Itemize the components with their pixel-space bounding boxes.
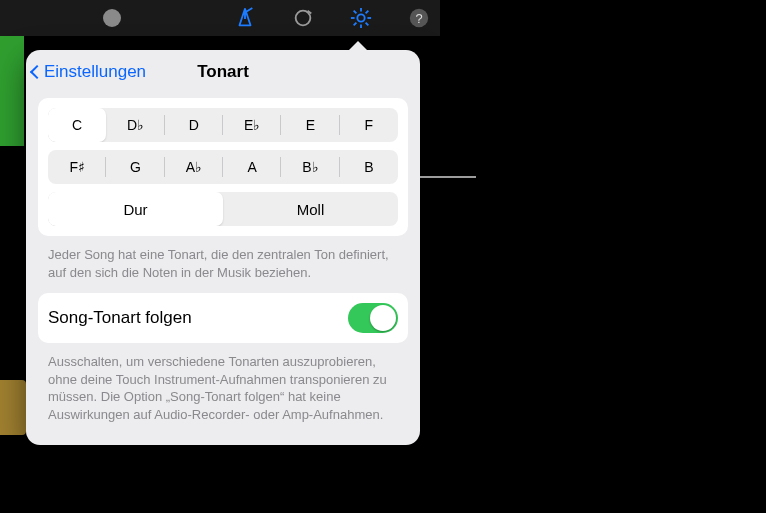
mode-option-major[interactable]: Dur bbox=[48, 192, 223, 226]
key-picker-card: C D♭ D E♭ E F F♯ G A♭ A B♭ B Dur Moll bbox=[38, 98, 408, 236]
key-option[interactable]: F♯ bbox=[48, 150, 106, 184]
svg-line-7 bbox=[354, 11, 357, 14]
follow-label: Song-Tonart folgen bbox=[48, 308, 192, 328]
chevron-left-icon bbox=[30, 65, 44, 79]
key-option[interactable]: D♭ bbox=[106, 108, 164, 142]
callout-line bbox=[420, 176, 476, 178]
key-option[interactable]: D bbox=[165, 108, 223, 142]
key-option[interactable]: E bbox=[281, 108, 339, 142]
key-help-text: Jeder Song hat eine Tonart, die den zent… bbox=[26, 242, 420, 287]
key-row-2: F♯ G A♭ A B♭ B bbox=[48, 150, 398, 184]
switch-knob bbox=[370, 305, 396, 331]
help-icon[interactable]: ? bbox=[408, 7, 430, 29]
track-header-strip bbox=[0, 36, 24, 146]
svg-text:?: ? bbox=[415, 11, 422, 26]
key-option[interactable]: F bbox=[340, 108, 398, 142]
key-option[interactable]: A bbox=[223, 150, 281, 184]
key-row-1: C D♭ D E♭ E F bbox=[48, 108, 398, 142]
key-option[interactable]: B♭ bbox=[281, 150, 339, 184]
settings-gear-icon[interactable] bbox=[350, 7, 372, 29]
back-label: Einstellungen bbox=[44, 62, 146, 82]
mode-segmented: Dur Moll bbox=[48, 192, 398, 226]
metronome-icon[interactable] bbox=[234, 7, 256, 29]
back-button[interactable]: Einstellungen bbox=[32, 62, 146, 82]
svg-point-2 bbox=[357, 14, 364, 21]
loop-icon[interactable] bbox=[292, 7, 314, 29]
mode-option-minor[interactable]: Moll bbox=[223, 192, 398, 226]
follow-song-key-switch[interactable] bbox=[348, 303, 398, 333]
svg-line-9 bbox=[354, 23, 357, 26]
key-option[interactable]: A♭ bbox=[165, 150, 223, 184]
key-option[interactable]: G bbox=[106, 150, 164, 184]
svg-line-8 bbox=[366, 23, 369, 26]
key-option[interactable]: C bbox=[48, 108, 106, 142]
audio-region-strip bbox=[0, 380, 26, 435]
svg-point-1 bbox=[296, 11, 311, 26]
follow-help-text: Ausschalten, um verschiedene Tonarten au… bbox=[26, 349, 420, 429]
key-settings-popover: Einstellungen Tonart C D♭ D E♭ E F F♯ G … bbox=[26, 50, 420, 445]
top-toolbar: ? bbox=[0, 0, 440, 36]
svg-line-10 bbox=[366, 11, 369, 14]
playhead-knob[interactable] bbox=[103, 9, 121, 27]
key-option[interactable]: E♭ bbox=[223, 108, 281, 142]
follow-song-key-row: Song-Tonart folgen bbox=[38, 293, 408, 343]
key-option[interactable]: B bbox=[340, 150, 398, 184]
